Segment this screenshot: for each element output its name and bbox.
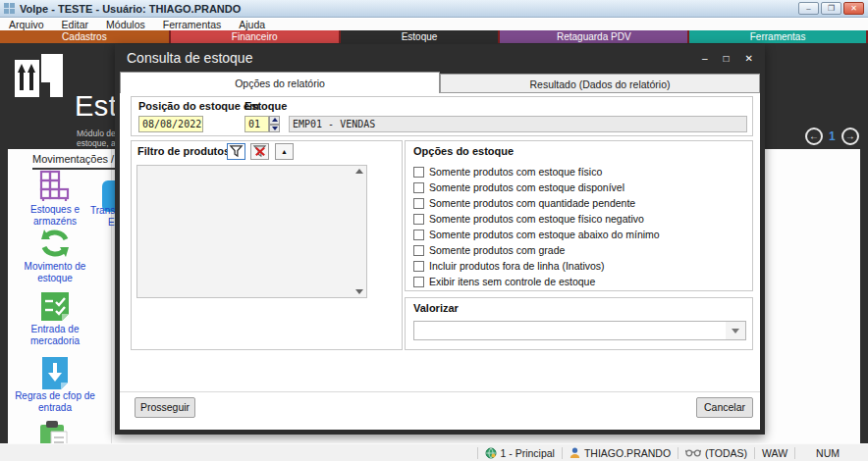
window-title: Volpe - TESTE - Usuário: THIAGO.PRANDO — [20, 3, 241, 15]
page-prev-icon[interactable]: ← — [805, 128, 823, 145]
checkbox-label: Somente produtos com grade — [429, 244, 565, 256]
tab-retaguarda-pdv[interactable]: Retaguarda PDV — [500, 30, 687, 43]
minimize-button[interactable]: – — [798, 2, 819, 15]
button-bar-divider — [120, 391, 760, 392]
filter-clear-icon[interactable] — [250, 143, 269, 160]
sidebar-item-regras-cfop-entrada[interactable]: Regras de cfop de entrada — [14, 355, 96, 414]
menu-editar[interactable]: Editar — [53, 19, 97, 30]
valorizar-select[interactable] — [413, 321, 746, 340]
restore-button[interactable]: ❐ — [821, 2, 841, 15]
checkbox-row[interactable]: Somente produtos com estoque físico — [413, 165, 602, 179]
sidebar-item-entrada-de-mercadoria[interactable]: Entrada de mercadoria — [14, 288, 96, 347]
valorizar-label: Valorizar — [413, 302, 459, 314]
glasses-icon — [685, 448, 701, 457]
status-user: THIAGO.PRANDO — [563, 447, 678, 459]
position-date-field[interactable]: 08/08/2022 — [138, 116, 203, 132]
tab-cadastros[interactable]: Cadastros — [0, 30, 169, 43]
checkbox-row[interactable]: Somente produtos com estoque físico nega… — [413, 212, 644, 226]
cycle-arrows-icon — [37, 226, 73, 261]
product-filter-group: Filtro de produtos ▲ — [131, 140, 403, 350]
sidebar-item-label: entrada — [14, 402, 96, 414]
checkbox[interactable] — [413, 182, 424, 193]
checkbox[interactable] — [413, 167, 424, 178]
sidebar-item-label: Movimento de — [14, 261, 96, 273]
stock-name-field: EMP01 - VENDAS — [289, 116, 747, 132]
product-filter-list[interactable] — [136, 165, 367, 298]
checklist-note-icon — [38, 289, 72, 323]
scroll-down-icon[interactable] — [355, 289, 363, 294]
sidebar-item-transferencia[interactable]: Trans — [90, 205, 115, 216]
checkbox-label: Somente produtos com estoque físico — [429, 166, 602, 178]
sidebar-item-label: mercadoria — [14, 335, 96, 347]
checkbox-row[interactable]: Somente produtos com quantidade pendente — [413, 196, 635, 210]
warehouse-module-icon — [14, 51, 65, 100]
main-titlebar[interactable]: Volpe - TESTE - Usuário: THIAGO.PRANDO –… — [0, 0, 868, 18]
status-branch: 1 - Principal — [478, 447, 562, 459]
stock-code-stepper[interactable] — [269, 116, 280, 132]
menu-ferramentas[interactable]: Ferramentas — [154, 19, 231, 30]
checkbox[interactable] — [413, 261, 424, 272]
close-button[interactable]: ✕ — [843, 2, 864, 15]
checkbox[interactable] — [413, 214, 424, 225]
filter-collapse-icon[interactable]: ▲ — [275, 143, 294, 160]
valorizar-value — [414, 326, 418, 337]
menu-arquivo[interactable]: Arquivo — [0, 19, 53, 30]
sidebar-item-label: Entrada de — [14, 324, 96, 335]
stock-options-header: Opções do estoque — [413, 145, 514, 157]
dialog-minimize-button[interactable]: – — [702, 53, 708, 64]
checkbox[interactable] — [413, 230, 424, 240]
stock-code-field[interactable]: 01 — [244, 116, 269, 132]
module-subtitle: Módulo de estoque, ad — [77, 128, 120, 148]
checkbox-row[interactable]: Somente produtos com grade — [413, 243, 565, 257]
dialog-titlebar[interactable]: Consulta de estoque — [115, 44, 765, 72]
checkbox-label: Incluir produtos fora de linha (Inativos… — [429, 260, 605, 272]
stepper-up-icon[interactable] — [269, 116, 280, 125]
checkbox[interactable] — [413, 198, 424, 209]
dialog-close-button[interactable]: ✕ — [745, 53, 753, 64]
position-date-label: Posição do estoque em — [138, 100, 259, 112]
checkbox[interactable] — [413, 245, 424, 256]
period-group: Posição do estoque em 08/08/2022 Estoque… — [131, 96, 753, 136]
filter-label: Filtro de produtos — [137, 145, 230, 157]
menu-ajuda[interactable]: Ajuda — [230, 19, 274, 30]
tab-estoque[interactable]: Estoque — [341, 30, 499, 43]
checkbox-row[interactable]: Exibir itens sem controle de estoque — [413, 275, 595, 288]
menu-modulos[interactable]: Módulos — [97, 19, 154, 30]
checkbox[interactable] — [413, 277, 424, 287]
tab-opcoes-do-relatorio[interactable]: Opções do relatório — [120, 72, 440, 93]
stepper-down-icon[interactable] — [269, 125, 280, 133]
sidebar-item-movimento-de-estoque[interactable]: Movimento de estoque — [14, 226, 96, 284]
page-next-icon[interactable]: → — [841, 128, 859, 145]
stock-options-group: Opções do estoque Somente produtos com e… — [405, 140, 753, 291]
consulta-de-estoque-dialog: Consulta de estoque – □ ✕ Opções do rela… — [115, 44, 765, 435]
page-number: 1 — [829, 129, 836, 143]
checkbox-row[interactable]: Somente produtos com estoque abaixo do m… — [413, 228, 660, 241]
checkbox-row[interactable]: Somente produtos com estoque disponível — [413, 180, 624, 194]
sidebar-item-label: Estoques e — [14, 204, 96, 216]
sidebar-item-transferencia-line2: E — [108, 217, 115, 228]
status-todas: (TODAS) — [678, 447, 754, 459]
sidebar-item-estoques-e-armazens[interactable]: Estoques e armazéns — [14, 169, 96, 228]
app-icon — [4, 3, 15, 14]
prosseguir-button[interactable]: Prosseguir — [135, 397, 195, 418]
pager: ← 1 → — [805, 128, 859, 145]
globe-icon — [485, 447, 497, 459]
dialog-tabs: Opções do relatório Resultado (Dados do … — [115, 72, 765, 93]
status-waw: WAW — [755, 447, 794, 459]
checkbox-row[interactable]: Incluir produtos fora de linha (Inativos… — [413, 259, 605, 273]
checkbox-label: Exibir itens sem controle de estoque — [429, 276, 595, 287]
filter-apply-icon[interactable] — [227, 143, 245, 160]
checkbox-label: Somente produtos com estoque disponível — [429, 181, 624, 193]
cancelar-button[interactable]: Cancelar — [696, 397, 753, 418]
menubar: Arquivo Editar Módulos Ferramentas Ajuda — [0, 19, 868, 30]
tab-financeiro[interactable]: Financeiro — [171, 30, 339, 43]
status-divider — [794, 447, 795, 459]
stock-label: Estoque — [244, 100, 287, 112]
tab-ferramentas[interactable]: Ferramentas — [689, 30, 866, 43]
dialog-restore-button[interactable]: □ — [724, 53, 730, 64]
chevron-down-icon[interactable] — [726, 322, 745, 339]
shelf-boxes-icon — [37, 169, 73, 204]
tab-resultado[interactable]: Resultado (Dados do relatório) — [440, 74, 760, 93]
scroll-up-icon[interactable] — [355, 169, 363, 174]
module-tabband: Cadastros Financeiro Estoque Retaguarda … — [0, 30, 868, 43]
